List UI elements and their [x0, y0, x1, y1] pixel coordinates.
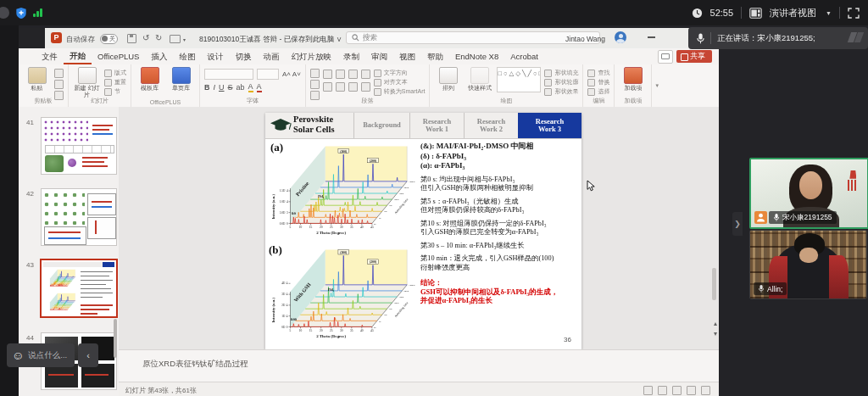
font-style-button[interactable]: ab — [236, 83, 245, 92]
svg-text:2 Theta (Degree): 2 Theta (Degree) — [316, 231, 346, 235]
thumbnail-scrollbar[interactable] — [114, 319, 117, 358]
ribbon-button-节[interactable]: 节 — [104, 87, 126, 96]
ribbon-button-对齐文本[interactable]: 对齐文本 — [374, 78, 426, 86]
ribbon-tab-幻灯片放映[interactable]: 幻灯片放映 — [285, 49, 337, 64]
small-tool-icon[interactable] — [310, 69, 320, 78]
ribbon-button-单页库[interactable]: 单页库 — [167, 67, 195, 92]
paragraph-tool-icon[interactable] — [361, 82, 370, 92]
ribbon-button-排列[interactable]: 排列 — [434, 67, 462, 92]
ribbon-button-重置[interactable]: 重置 — [104, 78, 126, 86]
ribbon-button-查找[interactable]: 查找 — [587, 69, 609, 77]
account-name[interactable]: Jintao Wang — [565, 35, 605, 43]
ribbon-tab-切换[interactable]: 切换 — [229, 49, 257, 64]
small-tool-icon[interactable] — [54, 80, 64, 89]
font-style-button[interactable]: I — [214, 83, 216, 92]
notes-text: 原位XRD表征钙钛矿结晶过程 — [142, 359, 248, 370]
chat-collapse-button[interactable]: ‹ — [78, 343, 98, 367]
ribbon-button-形状效果[interactable]: 形状效果 — [544, 87, 578, 96]
small-tool-icon[interactable] — [54, 69, 64, 78]
account-avatar[interactable] — [615, 31, 626, 43]
start-slideshow-icon[interactable] — [170, 35, 181, 43]
canvas-scrollbar[interactable] — [712, 268, 716, 300]
svg-text:30s: 30s — [389, 204, 392, 207]
ribbon-button-选择[interactable]: 选择 — [587, 87, 609, 96]
emoji-icon[interactable]: ☺ — [12, 349, 24, 361]
font-style-button[interactable]: A — [257, 82, 262, 92]
participant-video-1[interactable]: 宋小康2191255 — [749, 158, 868, 229]
paragraph-tool-icon[interactable] — [348, 82, 358, 92]
fullscreen-icon[interactable] — [848, 8, 860, 19]
slide-tab-Research Work 1: ResearchWork 1 — [409, 113, 464, 138]
slide-thumbnail-42[interactable] — [41, 188, 117, 246]
font-name-box[interactable] — [204, 69, 253, 80]
share-button[interactable]: 共享 — [676, 50, 712, 63]
slideshow-icon[interactable] — [701, 386, 710, 395]
paragraph-tool-icon[interactable] — [336, 70, 345, 79]
view-mode-button[interactable]: 演讲者视图 — [770, 7, 816, 20]
ribbon-button-新建 幻灯片[interactable]: 新建 幻灯片 — [73, 67, 101, 98]
slide-thumbnail-43-selected[interactable] — [40, 259, 118, 318]
video-panel-collapse-handle[interactable]: ❯ — [732, 212, 743, 236]
comments-button[interactable] — [658, 50, 673, 64]
search-input[interactable]: 搜索 — [346, 31, 600, 44]
ribbon-button-模板库[interactable]: 模板库 — [136, 67, 164, 92]
ribbon-tab-开始[interactable]: 开始 — [64, 48, 92, 64]
paragraph-tool-icon[interactable] — [348, 70, 358, 79]
ribbon-tab-插入[interactable]: 插入 — [145, 49, 173, 64]
notes-toggle-icon[interactable] — [643, 386, 653, 395]
ribbon-tab-审阅[interactable]: 审阅 — [365, 49, 393, 64]
ribbon-tab-录制[interactable]: 录制 — [337, 49, 365, 64]
undo-icon[interactable]: ↺ — [142, 32, 149, 43]
normal-view-icon[interactable] — [658, 386, 667, 395]
autosave-toggle[interactable]: 关 — [100, 34, 118, 44]
next-slide-icon[interactable]: ▾ — [714, 330, 717, 337]
chat-input[interactable]: ☺ 说点什么... — [7, 343, 75, 367]
slide-number-label: 44 — [26, 334, 34, 342]
save-icon[interactable] — [127, 34, 136, 43]
ribbon-button-形状轮廓[interactable]: 形状轮廓 — [544, 78, 578, 86]
ribbon-button-快速样式[interactable]: 快速样式 — [465, 67, 493, 92]
svg-text:&δδ: &δδ — [291, 318, 297, 321]
ribbon-tab-OfficePLUS[interactable]: OfficePLUS — [92, 49, 145, 64]
paragraph-tool-icon[interactable] — [361, 70, 370, 79]
slide-sorter-icon[interactable] — [672, 386, 682, 395]
ribbon-button-加载项[interactable]: 加载项 — [619, 67, 647, 92]
ribbon-tab-设计[interactable]: 设计 — [201, 49, 229, 64]
font-size-box[interactable] — [257, 69, 279, 80]
redo-icon[interactable]: ↻ — [155, 32, 162, 43]
ribbon-button-转换为SmartArt[interactable]: 转换为SmartArt — [374, 87, 426, 96]
minimize-button[interactable] — [648, 36, 655, 38]
font-style-button[interactable]: A — [248, 82, 253, 92]
slide-thumbnail-41[interactable] — [41, 117, 117, 175]
ribbon-collapse-icon[interactable]: ▾ — [652, 82, 662, 89]
chevron-down-icon[interactable]: ▼ — [826, 10, 832, 16]
ribbon-tab-EndNote X8[interactable]: EndNote X8 — [449, 49, 504, 64]
ribbon-button-粘贴[interactable]: 粘贴 — [23, 67, 51, 92]
ribbon-tab-帮助[interactable]: 帮助 — [421, 49, 449, 64]
svg-text:10s: 10s — [384, 314, 387, 316]
font-style-button[interactable]: B — [204, 83, 210, 92]
ribbon-button-形状填充[interactable]: 形状填充 — [544, 69, 578, 77]
paragraph-tool-icon[interactable] — [336, 82, 345, 92]
paragraph-tool-icon[interactable] — [323, 82, 332, 92]
ribbon-tab-视图[interactable]: 视图 — [393, 49, 421, 64]
paste-icon — [28, 67, 47, 84]
paragraph-tool-icon[interactable] — [323, 70, 332, 79]
notes-pane[interactable]: 原位XRD表征钙钛矿结晶过程 — [119, 349, 719, 382]
ribbon-button-版式[interactable]: 版式 — [104, 69, 126, 77]
ribbon-tab-文件[interactable]: 文件 — [36, 49, 64, 64]
ribbon-tab-动画[interactable]: 动画 — [257, 49, 285, 64]
shapes-gallery[interactable]: □○△◇╲╱○□◇☆ — [497, 67, 541, 92]
ribbon-tab-Acrobat[interactable]: Acrobat — [504, 49, 544, 64]
previous-slide-icon[interactable]: ▴ — [714, 320, 717, 327]
qat-dropdown-icon[interactable]: ▾ — [183, 35, 186, 46]
small-tool-icon[interactable] — [310, 80, 320, 89]
reading-view-icon[interactable] — [687, 386, 696, 395]
slide-canvas[interactable]: Perovskite Solar Cells BackgroundResearc… — [119, 107, 719, 349]
ribbon-button-替换[interactable]: 替换 — [587, 78, 609, 86]
ribbon-button-文字方向[interactable]: 文字方向 — [374, 69, 426, 77]
ribbon-tab-绘图[interactable]: 绘图 — [173, 49, 201, 64]
participant-video-2[interactable]: Allin; — [749, 230, 867, 299]
font-style-button[interactable]: U — [219, 83, 225, 92]
font-style-button[interactable]: S — [228, 83, 233, 92]
